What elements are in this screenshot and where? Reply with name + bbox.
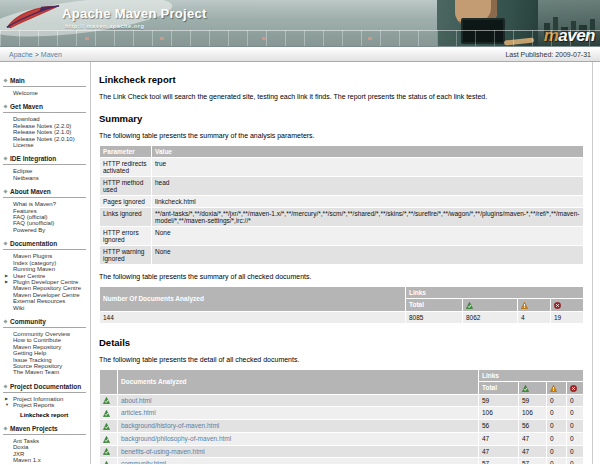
breadcrumb-link-apache[interactable]: Apache (9, 51, 33, 58)
sidebar-link[interactable]: Eclipse (13, 168, 32, 174)
details-text: The following table presents the detail … (99, 356, 584, 363)
page-layout: Main Welcome Get Maven Download Release … (0, 62, 600, 464)
sidebar-link[interactable]: User Centre (13, 273, 45, 279)
sidebar-link[interactable]: JXR (13, 451, 24, 457)
table-row: community.html 57 57 0 0 (100, 458, 584, 464)
sidebar-section-items: Community Overview How to Contribute Mav… (3, 331, 87, 376)
page-title: Linkcheck report (99, 74, 584, 85)
sidebar-section-label: IDE Integration (10, 155, 56, 162)
table-row: articles.html 106 106 0 0 (100, 407, 584, 420)
sidebar-link[interactable]: Source Repository (13, 363, 62, 369)
sidebar-link[interactable]: Maven Developer Centre (13, 292, 80, 298)
last-published: Last Published: 2009-07-31 (505, 51, 591, 58)
sidebar-section-label: Project Documentation (10, 383, 81, 390)
sidebar-link[interactable]: FAQ (unofficial) (13, 220, 54, 226)
breadcrumb-link-maven[interactable]: Maven (41, 51, 62, 58)
doc-link[interactable]: about.html (121, 397, 151, 404)
param-value-cell: **/ant-tasks/*,**/doxia/*,**/jxr/*,**/ma… (152, 208, 584, 227)
doc-link[interactable]: background/history-of-maven.html (121, 422, 219, 429)
param-row: HTTP method used head (100, 177, 584, 196)
sidebar-section-items: What is Maven? Features FAQ (official) F… (3, 201, 87, 233)
sidebar-section-label: Maven Projects (10, 425, 58, 432)
total-cell: 59 (478, 394, 518, 407)
error-cell: 0 (566, 407, 583, 420)
sidebar-link[interactable]: Index (category) (13, 260, 56, 266)
sidebar-link[interactable]: How to Contribute (13, 337, 61, 343)
sidebar-link[interactable]: Running Maven (13, 266, 55, 272)
sidebar-link[interactable]: FAQ (official) (13, 214, 48, 220)
doc-link[interactable]: articles.html (121, 409, 156, 416)
doc-status-cell (100, 458, 118, 464)
sidebar-link[interactable]: Project Reports (13, 402, 54, 408)
sidebar-link[interactable]: Release Notes (2.0.10) (13, 136, 75, 142)
details-total-header: Total (478, 381, 518, 394)
sidebar-link[interactable]: Community Overview (13, 331, 70, 337)
sidebar-link[interactable]: Maven Plugins (13, 253, 52, 259)
sidebar-link[interactable]: Linkcheck report (20, 412, 68, 418)
sidebar-link[interactable]: Issue Tracking (13, 357, 52, 363)
sidebar-item[interactable]: Wiki (3, 305, 87, 311)
sidebar-section-title: Community (3, 317, 86, 328)
error-cell: 0 (566, 420, 583, 433)
sidebar-link[interactable]: Welcome (13, 90, 38, 96)
doc-cell: community.html (118, 458, 479, 464)
section-bullet-icon (3, 384, 7, 388)
sidebar-section-items: Download Release Notes (2.2.0) Release N… (3, 116, 87, 148)
success-icon (103, 448, 110, 455)
sidebar-link[interactable]: Maven Repository Centre (13, 285, 81, 291)
sidebar-link[interactable]: Download (13, 116, 40, 122)
sidebar-item[interactable]: ▼Project Reports (3, 402, 87, 408)
doc-link[interactable]: benefits-of-using-maven.html (121, 448, 205, 455)
sidebar-item[interactable]: The Maven Team (3, 369, 87, 375)
sidebar-link[interactable]: Features (13, 208, 37, 214)
sidebar-item[interactable]: License (3, 142, 87, 148)
sidebar-link[interactable]: External Resources (13, 298, 65, 304)
section-bullet-icon (3, 190, 7, 194)
sidebar-section-title: IDE Integration (3, 154, 86, 165)
sidebar-link[interactable]: Getting Help (13, 350, 46, 356)
sidebar-link[interactable]: Release Notes (2.2.0) (13, 123, 71, 129)
sidebar-link[interactable]: What is Maven? (13, 201, 56, 207)
sidebar-section-title: Documentation (3, 239, 86, 250)
sidebar-link[interactable]: Plugin Developer Centre (13, 279, 78, 285)
error-cell: 0 (566, 445, 583, 458)
param-row: HTTP errors ignored None (100, 227, 584, 246)
sidebar-section: About Maven What is Maven? Features FAQ … (3, 187, 87, 233)
sidebar-link[interactable]: Maven Repository (13, 344, 61, 350)
sidebar-link[interactable]: Wiki (13, 305, 24, 311)
sidebar-link[interactable]: Netbeans (13, 175, 39, 181)
doc-cell: articles.html (118, 407, 479, 420)
sidebar-link[interactable]: The Maven Team (13, 369, 59, 375)
total-cell: 56 (478, 420, 518, 433)
chevron-icon: ▼ (5, 402, 9, 408)
sidebar-link[interactable]: Powered By (13, 227, 45, 233)
sidebar-link[interactable]: License (13, 142, 34, 148)
section-bullet-icon (3, 426, 7, 430)
param-col-header: Parameter (100, 146, 152, 158)
table-row: about.html 59 59 0 0 (100, 394, 584, 407)
sidebar-item[interactable]: Powered By (3, 227, 87, 233)
table-row: background/philosophy-of-maven.html 47 4… (100, 432, 584, 445)
sidebar-link[interactable]: Release Notes (2.1.0) (13, 129, 71, 135)
warning-col-header (517, 299, 550, 312)
sidebar-item[interactable]: Welcome (3, 90, 87, 96)
sidebar-link[interactable]: Project Information (13, 396, 63, 402)
sidebar-item[interactable]: Linkcheck report (3, 412, 87, 418)
error-col-header (550, 299, 583, 312)
doc-link[interactable]: background/philosophy-of-maven.html (121, 435, 231, 442)
sidebar-section-title: About Maven (3, 187, 86, 198)
doc-link[interactable]: community.html (121, 460, 166, 464)
sidebar-section-title: Get Maven (3, 102, 86, 113)
doc-status-cell (100, 445, 118, 458)
parameters-table-body: HTTP redirects activated true HTTP metho… (100, 158, 584, 265)
apache-feather-icon[interactable] (3, 3, 63, 31)
sidebar-link[interactable]: Maven 1.x (13, 457, 41, 463)
sidebar-section-title: Main (3, 76, 86, 87)
warning-cell: 0 (546, 407, 566, 420)
summary-text-1: The following table presents the summary… (99, 132, 584, 139)
sidebar-link[interactable]: Ant Tasks (13, 438, 39, 444)
sidebar-item[interactable]: Netbeans (3, 175, 87, 181)
sidebar-link[interactable]: Doxia (13, 444, 28, 450)
success-cell: 56 (518, 420, 546, 433)
warning-icon (550, 385, 557, 392)
